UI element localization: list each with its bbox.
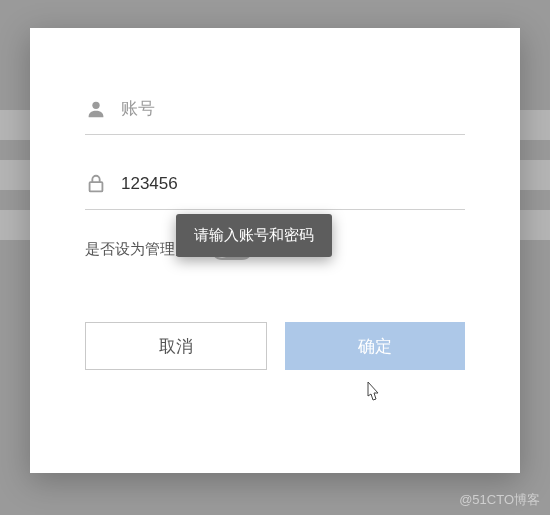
cancel-button[interactable]: 取消 <box>85 322 267 370</box>
validation-tooltip: 请输入账号和密码 <box>176 214 332 257</box>
username-input[interactable] <box>121 99 465 119</box>
watermark: @51CTO博客 <box>459 491 540 509</box>
ok-button[interactable]: 确定 <box>285 322 465 370</box>
password-row <box>85 163 465 210</box>
svg-rect-1 <box>90 182 103 191</box>
svg-point-0 <box>92 102 99 109</box>
button-row: 取消 确定 <box>85 322 465 370</box>
lock-icon <box>85 173 107 195</box>
password-input[interactable] <box>121 174 465 194</box>
person-icon <box>85 98 107 120</box>
username-row <box>85 88 465 135</box>
